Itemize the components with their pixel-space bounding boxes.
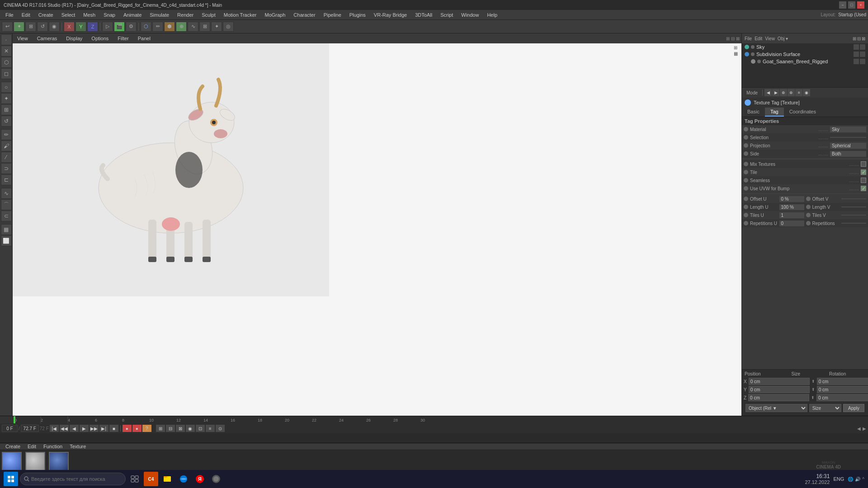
render-settings-icon[interactable]: ⚙ [126, 22, 137, 32]
mode-icon-2[interactable]: ▶ [772, 89, 779, 96]
seamless-checkbox[interactable] [861, 178, 866, 183]
total-frames-input[interactable] [21, 425, 39, 432]
smooth-tool[interactable]: ⊂ [1, 211, 12, 221]
menu-help[interactable]: Help [483, 11, 501, 19]
menu-plugins[interactable]: Plugins [346, 11, 369, 19]
offset-u-value[interactable]: 0 % [779, 196, 804, 202]
help-btn[interactable]: ? [142, 425, 151, 432]
polygon-icon[interactable]: ⬢ [164, 22, 175, 32]
taskbar-explorer-icon[interactable] [160, 472, 175, 486]
render-icon[interactable]: ▷ [102, 22, 113, 32]
minimize-button[interactable]: − [839, 1, 846, 9]
menu-window[interactable]: Window [458, 11, 482, 19]
vp-menu-panel[interactable]: Panel [135, 35, 153, 42]
tl-icon-5[interactable]: ⊡ [196, 425, 205, 432]
y-size-input[interactable] [817, 386, 868, 393]
menu-mesh[interactable]: Mesh [80, 11, 99, 19]
taskbar-c4d-icon[interactable]: C4 [144, 472, 158, 486]
search-input[interactable] [31, 476, 122, 482]
vp-menu-view[interactable]: View [14, 35, 31, 42]
menu-create[interactable]: Create [35, 11, 57, 19]
menu-simulate[interactable]: Simulate [146, 11, 173, 19]
z-axis-icon[interactable]: Z [87, 22, 98, 32]
menu-animate[interactable]: Animate [120, 11, 145, 19]
y-pos-input[interactable] [749, 386, 810, 393]
tiles-v-value[interactable] [841, 215, 866, 216]
current-frame-input[interactable] [2, 425, 18, 432]
close-button[interactable]: × [857, 1, 864, 9]
z-pos-input[interactable] [748, 394, 809, 401]
material-value[interactable]: Sky [830, 127, 866, 132]
polygons-tool[interactable]: ⬡ [1, 57, 12, 68]
task-view-button[interactable] [127, 472, 142, 486]
play-btn[interactable]: ▶ [80, 425, 89, 432]
pen-tool[interactable]: ✏ [1, 129, 12, 140]
x-pos-input[interactable] [749, 378, 810, 385]
loop-icon[interactable]: ⊕ [176, 22, 187, 32]
menu-edit[interactable]: Edit [18, 11, 34, 19]
size-mode-select[interactable]: Size [809, 404, 841, 412]
projection-value[interactable]: Spherical [830, 143, 866, 149]
menu-motion-tracker[interactable]: Motion Tracker [220, 11, 260, 19]
scene-item-sky[interactable]: Sky [742, 43, 868, 51]
deform-tool[interactable]: ⌒ [1, 199, 12, 210]
tab-coordinates[interactable]: Coordinates [784, 108, 821, 117]
mix-checkbox[interactable] [861, 161, 866, 167]
tl-icon-3[interactable]: ⊠ [176, 425, 185, 432]
mat-menu-function[interactable]: Function [41, 443, 65, 450]
frame-next-btn[interactable]: ▶▶ [90, 425, 99, 432]
record-btn[interactable]: ● [123, 425, 132, 432]
frame-start-btn[interactable]: |◀ [50, 425, 59, 432]
uvw-checkbox[interactable]: ✓ [861, 186, 866, 191]
rep-v-value[interactable] [841, 223, 866, 224]
mode-icon-4[interactable]: ⊗ [788, 89, 795, 96]
selection-value[interactable] [830, 137, 866, 138]
uv-tool[interactable]: ⬜ [1, 235, 12, 246]
menu-render[interactable]: Render [174, 11, 197, 19]
z-size-input[interactable] [816, 394, 868, 401]
taskbar-search[interactable] [20, 473, 126, 485]
tl-icon-7[interactable]: ⊙ [216, 425, 225, 432]
tile-checkbox[interactable]: ✓ [861, 169, 866, 175]
vp-menu-display[interactable]: Display [63, 35, 85, 42]
mode-icon-6[interactable]: ◉ [803, 89, 810, 96]
menu-snap[interactable]: Snap [100, 11, 119, 19]
start-button[interactable] [4, 472, 18, 486]
x-size-input[interactable] [817, 378, 868, 385]
scale-tool[interactable]: ⊞ [1, 104, 12, 115]
tray-network-icon[interactable]: 🌐 [848, 477, 853, 482]
tab-basic[interactable]: Basic [742, 108, 765, 117]
live-select-tool[interactable]: ○ [1, 82, 12, 93]
paint-tool[interactable]: 🖌 [1, 141, 12, 151]
mat-menu-create[interactable]: Create [3, 443, 23, 450]
frame-back-btn[interactable]: ◀◀ [60, 425, 69, 432]
paint-icon[interactable]: ✏ [152, 22, 163, 32]
tray-arrow-icon[interactable]: ^ [862, 477, 864, 482]
mode-select[interactable]: Mode [744, 89, 760, 96]
object-mode-select[interactable]: Object (Rel ▼ [745, 404, 807, 412]
vp-menu-cameras[interactable]: Cameras [34, 35, 60, 42]
taskbar-browser-icon[interactable] [176, 472, 191, 486]
scene-item-subdivision[interactable]: Subdivision Surface [742, 51, 868, 58]
live-select-icon[interactable]: ◉ [49, 22, 60, 32]
menu-file[interactable]: File [2, 11, 17, 19]
move-tool-icon[interactable]: ✦ [14, 22, 24, 32]
texture-tool[interactable]: ▦ [1, 224, 12, 235]
magnet-tool[interactable]: ⊃ [1, 163, 12, 174]
offset-v-value[interactable] [841, 198, 866, 199]
menu-3dtoall[interactable]: 3DToAll [411, 11, 436, 19]
move-tool[interactable]: ✦ [1, 93, 12, 104]
record-pos-btn[interactable]: ● [132, 425, 142, 432]
tl-icon-4[interactable]: ◉ [186, 425, 195, 432]
length-v-value[interactable] [841, 206, 866, 207]
mode-icon-1[interactable]: ◀ [764, 89, 772, 96]
light-icon[interactable]: ✦ [211, 22, 222, 32]
spline-icon[interactable]: ∿ [188, 22, 198, 32]
length-u-value[interactable]: 100 % [779, 204, 804, 210]
tray-volume-icon[interactable]: 🔊 [855, 477, 860, 482]
cube-icon[interactable]: ⬡ [141, 22, 151, 32]
menu-select[interactable]: Select [58, 11, 79, 19]
tl-icon-1[interactable]: ⊞ [156, 425, 165, 432]
points-tool[interactable]: · [1, 34, 12, 45]
vp-menu-filter[interactable]: Filter [115, 35, 131, 42]
